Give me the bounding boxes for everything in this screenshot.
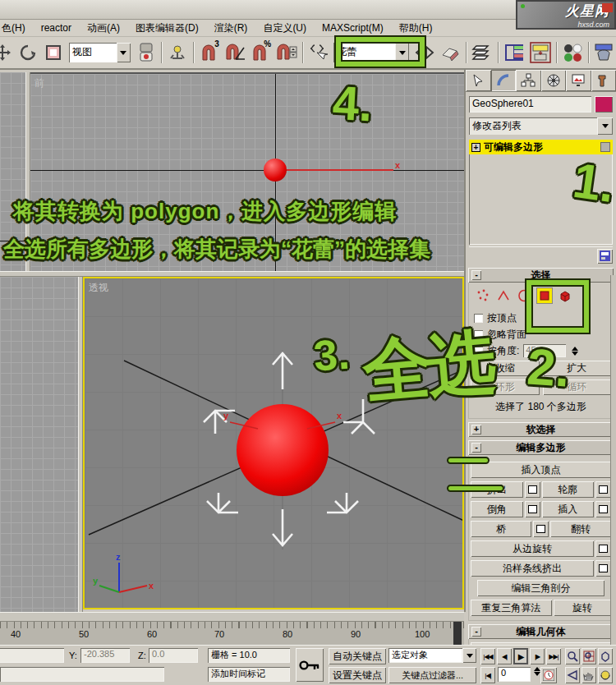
- layer-manager-icon[interactable]: [471, 41, 493, 64]
- object-name-field[interactable]: GeoSphere01: [469, 96, 591, 113]
- reference-coordinate-dropdown[interactable]: 视图: [69, 43, 131, 62]
- field-of-view-icon[interactable]: [565, 667, 580, 683]
- key-filter-dropdown[interactable]: 选定对象: [388, 648, 476, 663]
- dropdown-arrow-icon[interactable]: [117, 43, 131, 62]
- modifier-list-arrow-icon[interactable]: [597, 117, 613, 135]
- lock-selection-key-button[interactable]: [296, 648, 324, 682]
- collapse-icon[interactable]: -: [471, 443, 481, 453]
- polygon-mode-icon[interactable]: [537, 288, 552, 303]
- edit-named-selection-icon[interactable]: [308, 41, 329, 64]
- rollout-edit-polygons-header[interactable]: - 编辑多边形: [468, 440, 614, 455]
- spinner-snap-icon[interactable]: [276, 41, 297, 64]
- turn-button[interactable]: 旋转: [554, 600, 611, 616]
- pan-hand-icon[interactable]: [582, 667, 596, 683]
- grow-button[interactable]: 扩大: [543, 361, 612, 376]
- outline-settings-icon[interactable]: [595, 481, 611, 498]
- material-editor-icon[interactable]: [562, 41, 583, 64]
- panel-scrollbar[interactable]: [610, 275, 616, 685]
- menu-item-animation[interactable]: 动画(A): [87, 21, 120, 35]
- angle-spinner[interactable]: [572, 347, 578, 356]
- inset-settings-icon[interactable]: [595, 501, 611, 517]
- ignore-backfacing-checkbox[interactable]: [474, 330, 483, 339]
- time-slider-ruler[interactable]: 40 50 60 70 80 90 100: [0, 622, 464, 645]
- tab-utilities[interactable]: [591, 70, 616, 91]
- bevel-button[interactable]: 倒角: [471, 501, 523, 517]
- viewport-perspective[interactable]: y x z x y 透视: [83, 277, 464, 609]
- viewport-front[interactable]: x 前: [30, 72, 464, 271]
- rollout-soft-selection-header[interactable]: + 软选择: [468, 422, 614, 437]
- tab-create[interactable]: [466, 70, 491, 91]
- select-manipulate-icon[interactable]: [167, 41, 187, 64]
- key-filter-arrow-icon[interactable]: [462, 648, 476, 663]
- by-vertex-checkbox[interactable]: [474, 314, 483, 323]
- align-icon[interactable]: [440, 41, 461, 64]
- scale-icon[interactable]: [44, 41, 64, 64]
- viewport-left-sliver-bottom[interactable]: [0, 277, 78, 612]
- menu-item-character[interactable]: 色(H): [2, 21, 25, 35]
- menu-item-reactor[interactable]: reactor: [41, 22, 71, 34]
- arc-rotate-icon[interactable]: [598, 667, 613, 683]
- previous-frame-button[interactable]: ◀|: [497, 648, 512, 664]
- modifier-stack[interactable]: + 可编辑多边形: [469, 140, 613, 245]
- extrude-settings-icon[interactable]: [525, 481, 540, 498]
- track-bar[interactable]: [0, 612, 464, 622]
- configure-modifier-sets-icon[interactable]: [597, 249, 613, 264]
- bridge-button[interactable]: 桥: [471, 521, 531, 537]
- hinge-settings-icon[interactable]: [595, 540, 611, 557]
- edge-mode-icon[interactable]: [496, 288, 511, 303]
- vertex-mode-icon[interactable]: [476, 288, 490, 303]
- current-frame-field[interactable]: 0: [498, 667, 531, 682]
- angle-snap-icon[interactable]: [224, 41, 246, 64]
- collapse-icon[interactable]: -: [471, 270, 481, 280]
- collapse-icon[interactable]: -: [471, 627, 481, 637]
- play-button[interactable]: ▶: [513, 648, 528, 664]
- render-setup-icon[interactable]: [594, 41, 614, 64]
- geosphere-front-view[interactable]: [264, 159, 287, 182]
- extrude-along-spline-button[interactable]: 沿样条线挤出: [471, 560, 594, 577]
- next-frame-button[interactable]: |▶: [530, 648, 545, 664]
- y-coordinate-field[interactable]: -20.385: [80, 648, 130, 663]
- named-selection-arrow-icon[interactable]: [395, 43, 409, 62]
- time-configuration-icon[interactable]: [540, 667, 557, 683]
- go-to-start-button[interactable]: |◀◀: [480, 648, 495, 664]
- element-mode-icon[interactable]: [558, 288, 572, 303]
- bevel-settings-icon[interactable]: [525, 501, 540, 517]
- use-pivot-center-icon[interactable]: [136, 41, 156, 64]
- hinge-from-edge-button[interactable]: 从边旋转: [471, 540, 594, 557]
- stack-item-editable-poly[interactable]: + 可编辑多边形: [469, 140, 613, 154]
- stack-item-toggle[interactable]: [600, 142, 610, 152]
- viewport-splitter-horizontal[interactable]: [0, 271, 464, 277]
- key-filters-button[interactable]: 关键点过滤器...: [388, 667, 476, 683]
- tab-motion[interactable]: [541, 70, 567, 91]
- rotate-icon[interactable]: [17, 41, 38, 64]
- percent-snap-icon[interactable]: %: [251, 41, 271, 64]
- menu-item-maxscript[interactable]: MAXScript(M): [322, 22, 384, 34]
- angle-value-field[interactable]: 45.0: [523, 344, 566, 357]
- x-coordinate-field[interactable]: [0, 648, 64, 663]
- zoom-extents-icon[interactable]: [598, 648, 613, 664]
- tab-display[interactable]: [566, 70, 591, 91]
- zoom-all-icon[interactable]: [582, 648, 596, 664]
- menu-item-graph-editors[interactable]: 图表编辑器(D): [136, 21, 199, 35]
- add-time-tag[interactable]: 添加时间标记: [208, 667, 290, 682]
- flip-button[interactable]: 翻转: [550, 521, 611, 537]
- previous-key-button[interactable]: |◀|: [480, 667, 495, 683]
- ring-button[interactable]: 环形: [471, 379, 540, 395]
- expand-icon[interactable]: +: [471, 425, 481, 434]
- inset-button[interactable]: 插入: [542, 501, 595, 517]
- auto-key-button[interactable]: 自动关键点: [329, 648, 386, 664]
- mirror-icon[interactable]: [414, 41, 434, 64]
- stack-expand-icon[interactable]: +: [471, 143, 480, 152]
- retriangulate-button[interactable]: 重复三角算法: [471, 600, 552, 616]
- schematic-view-icon[interactable]: [530, 41, 551, 64]
- frame-spinner[interactable]: [534, 667, 540, 676]
- rollout-edit-geometry-header[interactable]: - 编辑几何体: [468, 624, 614, 639]
- menu-item-customize[interactable]: 自定义(U): [263, 21, 306, 35]
- tab-hierarchy[interactable]: [516, 70, 541, 91]
- edit-triangulation-button[interactable]: 编辑三角剖分: [477, 580, 605, 596]
- tab-modify[interactable]: [491, 70, 517, 91]
- curve-editor-icon[interactable]: [503, 41, 525, 64]
- set-key-button[interactable]: 设置关键点: [329, 667, 386, 683]
- rollout-selection-header[interactable]: - 选择: [468, 268, 614, 283]
- shrink-button[interactable]: 收缩: [471, 361, 540, 376]
